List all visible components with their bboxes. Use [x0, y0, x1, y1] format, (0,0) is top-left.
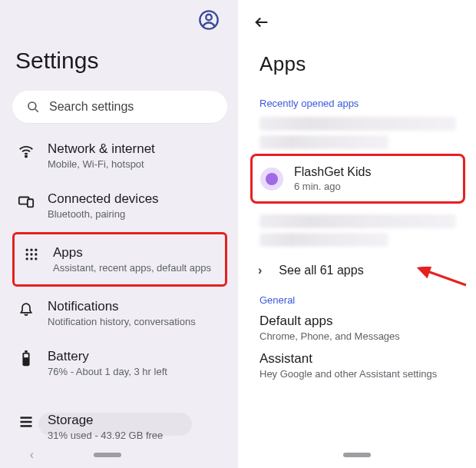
svg-rect-6: [28, 199, 33, 207]
assistant-row[interactable]: Assistant Hey Google and other Assistant…: [250, 351, 465, 380]
decorative-blur: [38, 413, 192, 436]
svg-point-1: [206, 15, 211, 20]
item-title: Network & internet: [48, 141, 155, 157]
app-icon: [260, 168, 283, 191]
nav-home-pill[interactable]: [343, 453, 371, 457]
search-icon: [26, 100, 40, 114]
svg-point-2: [28, 102, 36, 110]
app-row-flashget-kids[interactable]: FlashGet Kids 6 min. ago: [250, 154, 465, 204]
page-title: Settings: [15, 48, 227, 74]
apps-page-title: Apps: [259, 52, 465, 76]
settings-item-battery[interactable]: Battery 76% - About 1 day, 3 hr left: [12, 338, 227, 388]
see-all-apps-row[interactable]: › See all 61 apps: [250, 251, 465, 290]
red-arrow-annotation: [416, 267, 470, 290]
row-sub: Chrome, Phone, and Messages: [259, 330, 465, 342]
row-title: Default apps: [259, 314, 465, 329]
item-title: Notifications: [48, 299, 196, 314]
search-placeholder: Search settings: [49, 100, 134, 114]
item-sub: Bluetooth, pairing: [48, 208, 159, 220]
item-sub: Assistant, recent apps, default apps: [53, 262, 211, 274]
back-arrow-icon[interactable]: [253, 14, 462, 31]
svg-rect-19: [21, 417, 32, 419]
svg-rect-20: [21, 421, 32, 423]
svg-point-12: [35, 253, 37, 255]
highlight-apps: Apps Assistant, recent apps, default app…: [12, 232, 227, 287]
devices-icon: [18, 193, 35, 210]
battery-icon: [20, 350, 32, 367]
svg-point-14: [30, 257, 32, 260]
settings-item-connected[interactable]: Connected devices Bluetooth, pairing: [12, 181, 227, 231]
nav-home-pill[interactable]: [94, 453, 121, 457]
item-title: Connected devices: [48, 191, 159, 207]
wifi-icon: [18, 143, 35, 160]
svg-point-15: [35, 257, 37, 260]
redacted-app-row: [259, 233, 388, 247]
storage-icon: [18, 414, 34, 430]
item-title: Battery: [48, 349, 167, 364]
nav-bar-right: [238, 446, 476, 463]
svg-rect-17: [25, 350, 28, 353]
svg-point-13: [26, 257, 28, 260]
chevron-right-icon: ›: [258, 264, 262, 277]
svg-line-23: [425, 271, 466, 285]
app-name: FlashGet Kids: [294, 165, 371, 179]
svg-point-4: [25, 155, 27, 157]
item-title: Apps: [53, 245, 211, 261]
svg-point-9: [35, 249, 37, 251]
app-sub: 6 min. ago: [294, 181, 371, 192]
redacted-app-row: [259, 135, 388, 149]
item-sub: Mobile, Wi-Fi, hotspot: [48, 158, 155, 170]
nav-back-icon[interactable]: ‹: [30, 448, 34, 462]
nav-bar-left: ‹: [0, 446, 238, 463]
item-sub: 76% - About 1 day, 3 hr left: [48, 366, 167, 377]
svg-point-8: [30, 249, 32, 251]
see-all-label: See all 61 apps: [279, 264, 363, 277]
profile-icon[interactable]: [198, 9, 220, 31]
svg-rect-18: [24, 354, 28, 358]
settings-item-network[interactable]: Network & internet Mobile, Wi-Fi, hotspo…: [12, 131, 227, 181]
redacted-app-row: [259, 117, 456, 131]
row-sub: Hey Google and other Assistant settings: [259, 368, 465, 380]
settings-item-apps[interactable]: Apps Assistant, recent apps, default app…: [18, 241, 222, 278]
recently-opened-label: Recently opened apps: [259, 98, 465, 109]
default-apps-row[interactable]: Default apps Chrome, Phone, and Messages: [250, 314, 465, 342]
apps-grid-icon: [24, 247, 39, 262]
svg-point-11: [30, 253, 32, 255]
general-label: General: [259, 294, 465, 306]
search-settings[interactable]: Search settings: [12, 91, 227, 123]
svg-point-10: [26, 253, 28, 255]
redacted-app-row: [259, 214, 456, 228]
svg-point-7: [26, 249, 28, 251]
item-sub: Notification history, conversations: [48, 316, 196, 327]
settings-item-notifications[interactable]: Notifications Notification history, conv…: [12, 288, 227, 338]
svg-line-3: [35, 109, 38, 112]
svg-rect-21: [21, 425, 32, 427]
settings-pane: Settings Search settings Network & inter…: [0, 0, 238, 468]
bell-icon: [18, 300, 34, 316]
apps-pane: Apps Recently opened apps FlashGet Kids …: [238, 0, 476, 468]
row-title: Assistant: [259, 351, 465, 367]
